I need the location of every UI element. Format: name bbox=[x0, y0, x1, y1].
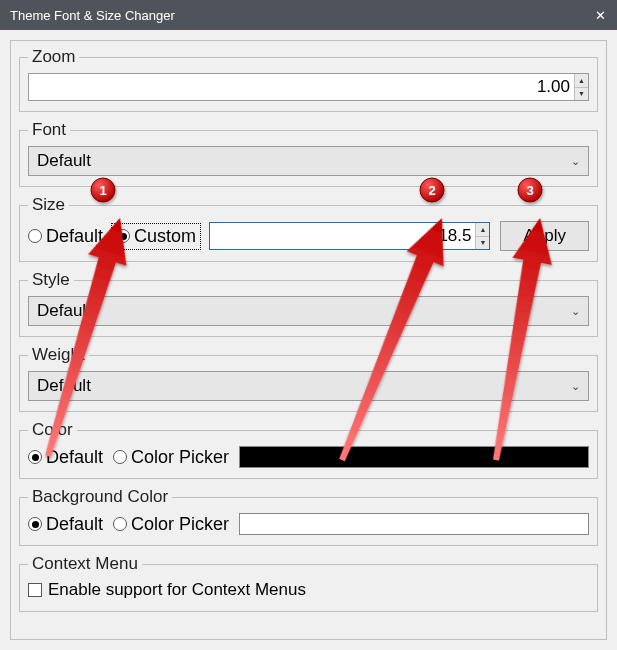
bgcolor-swatch[interactable] bbox=[239, 513, 589, 535]
checkbox-box bbox=[28, 583, 42, 597]
weight-legend: Weight bbox=[28, 345, 89, 365]
style-legend: Style bbox=[28, 270, 74, 290]
bgcolor-radio-default[interactable]: Default bbox=[28, 514, 103, 535]
size-group: Size Default Custom ▲ ▼ Apply bbox=[19, 195, 598, 262]
chevron-down-icon: ⌄ bbox=[571, 155, 580, 168]
zoom-legend: Zoom bbox=[28, 47, 79, 67]
window-title: Theme Font & Size Changer bbox=[10, 8, 175, 23]
titlebar: Theme Font & Size Changer ✕ bbox=[0, 0, 617, 30]
zoom-group: Zoom ▲ ▼ bbox=[19, 47, 598, 112]
weight-selected: Default bbox=[37, 376, 91, 396]
size-spinner[interactable]: ▲ ▼ bbox=[209, 222, 490, 250]
spin-down-icon[interactable]: ▼ bbox=[476, 237, 489, 250]
dialog-body: Zoom ▲ ▼ Font Default ⌄ Size Default Cus… bbox=[10, 40, 607, 640]
size-spin-buttons[interactable]: ▲ ▼ bbox=[475, 223, 489, 249]
bgcolor-radio-picker[interactable]: Color Picker bbox=[113, 514, 229, 535]
font-selected: Default bbox=[37, 151, 91, 171]
bgcolor-group: Background Color Default Color Picker bbox=[19, 487, 598, 546]
size-radio-custom[interactable]: Custom bbox=[113, 225, 199, 248]
zoom-spinner[interactable]: ▲ ▼ bbox=[28, 73, 589, 101]
font-select[interactable]: Default ⌄ bbox=[28, 146, 589, 176]
font-legend: Font bbox=[28, 120, 70, 140]
weight-group: Weight Default ⌄ bbox=[19, 345, 598, 412]
spin-up-icon[interactable]: ▲ bbox=[476, 223, 489, 237]
bgcolor-legend: Background Color bbox=[28, 487, 172, 507]
bgcolor-radio-picker-label: Color Picker bbox=[131, 514, 229, 535]
context-checkbox-label: Enable support for Context Menus bbox=[48, 580, 306, 600]
context-group: Context Menu Enable support for Context … bbox=[19, 554, 598, 612]
chevron-down-icon: ⌄ bbox=[571, 380, 580, 393]
context-checkbox[interactable]: Enable support for Context Menus bbox=[28, 580, 306, 600]
spin-down-icon[interactable]: ▼ bbox=[575, 88, 588, 101]
size-radio-custom-label: Custom bbox=[134, 226, 196, 247]
color-group: Color Default Color Picker bbox=[19, 420, 598, 479]
chevron-down-icon: ⌄ bbox=[571, 305, 580, 318]
close-icon[interactable]: ✕ bbox=[593, 8, 607, 22]
size-input[interactable] bbox=[210, 223, 475, 249]
color-radio-default-label: Default bbox=[46, 447, 103, 468]
size-legend: Size bbox=[28, 195, 69, 215]
color-swatch[interactable] bbox=[239, 446, 589, 468]
spin-up-icon[interactable]: ▲ bbox=[575, 74, 588, 88]
color-radio-picker-label: Color Picker bbox=[131, 447, 229, 468]
style-selected: Default bbox=[37, 301, 91, 321]
font-group: Font Default ⌄ bbox=[19, 120, 598, 187]
bgcolor-radio-default-label: Default bbox=[46, 514, 103, 535]
size-radio-default[interactable]: Default bbox=[28, 226, 103, 247]
context-legend: Context Menu bbox=[28, 554, 142, 574]
color-legend: Color bbox=[28, 420, 77, 440]
style-select[interactable]: Default ⌄ bbox=[28, 296, 589, 326]
zoom-input[interactable] bbox=[29, 74, 574, 100]
color-radio-default[interactable]: Default bbox=[28, 447, 103, 468]
size-radio-default-label: Default bbox=[46, 226, 103, 247]
style-group: Style Default ⌄ bbox=[19, 270, 598, 337]
weight-select[interactable]: Default ⌄ bbox=[28, 371, 589, 401]
color-radio-picker[interactable]: Color Picker bbox=[113, 447, 229, 468]
zoom-spin-buttons[interactable]: ▲ ▼ bbox=[574, 74, 588, 100]
apply-button[interactable]: Apply bbox=[500, 221, 589, 251]
